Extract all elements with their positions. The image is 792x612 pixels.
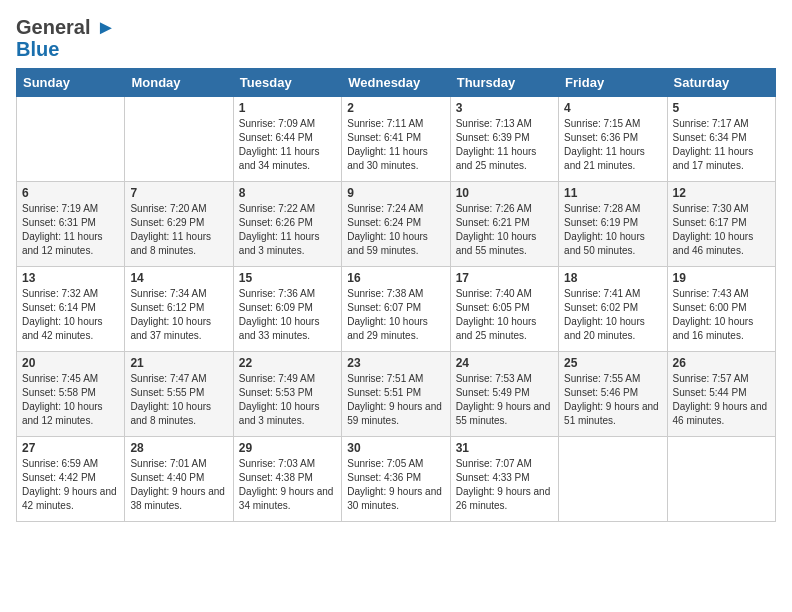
day-info: Sunrise: 7:05 AM Sunset: 4:36 PM Dayligh…: [347, 457, 444, 513]
day-info: Sunrise: 7:13 AM Sunset: 6:39 PM Dayligh…: [456, 117, 553, 173]
day-number: 22: [239, 356, 336, 370]
day-info: Sunrise: 7:51 AM Sunset: 5:51 PM Dayligh…: [347, 372, 444, 428]
week-row-3: 13Sunrise: 7:32 AM Sunset: 6:14 PM Dayli…: [17, 267, 776, 352]
day-number: 4: [564, 101, 661, 115]
day-cell: 13Sunrise: 7:32 AM Sunset: 6:14 PM Dayli…: [17, 267, 125, 352]
day-info: Sunrise: 7:09 AM Sunset: 6:44 PM Dayligh…: [239, 117, 336, 173]
day-cell: 1Sunrise: 7:09 AM Sunset: 6:44 PM Daylig…: [233, 97, 341, 182]
day-info: Sunrise: 7:07 AM Sunset: 4:33 PM Dayligh…: [456, 457, 553, 513]
day-cell: 7Sunrise: 7:20 AM Sunset: 6:29 PM Daylig…: [125, 182, 233, 267]
day-number: 30: [347, 441, 444, 455]
day-cell: 2Sunrise: 7:11 AM Sunset: 6:41 PM Daylig…: [342, 97, 450, 182]
day-number: 31: [456, 441, 553, 455]
week-row-1: 1Sunrise: 7:09 AM Sunset: 6:44 PM Daylig…: [17, 97, 776, 182]
day-cell: 3Sunrise: 7:13 AM Sunset: 6:39 PM Daylig…: [450, 97, 558, 182]
day-info: Sunrise: 7:26 AM Sunset: 6:21 PM Dayligh…: [456, 202, 553, 258]
day-cell: 24Sunrise: 7:53 AM Sunset: 5:49 PM Dayli…: [450, 352, 558, 437]
calendar-table: SundayMondayTuesdayWednesdayThursdayFrid…: [16, 68, 776, 522]
day-cell: [559, 437, 667, 522]
day-number: 27: [22, 441, 119, 455]
day-number: 25: [564, 356, 661, 370]
day-number: 20: [22, 356, 119, 370]
day-number: 21: [130, 356, 227, 370]
day-info: Sunrise: 7:22 AM Sunset: 6:26 PM Dayligh…: [239, 202, 336, 258]
day-info: Sunrise: 7:34 AM Sunset: 6:12 PM Dayligh…: [130, 287, 227, 343]
day-cell: 23Sunrise: 7:51 AM Sunset: 5:51 PM Dayli…: [342, 352, 450, 437]
day-cell: 30Sunrise: 7:05 AM Sunset: 4:36 PM Dayli…: [342, 437, 450, 522]
week-row-4: 20Sunrise: 7:45 AM Sunset: 5:58 PM Dayli…: [17, 352, 776, 437]
day-number: 2: [347, 101, 444, 115]
day-cell: 12Sunrise: 7:30 AM Sunset: 6:17 PM Dayli…: [667, 182, 775, 267]
day-info: Sunrise: 7:38 AM Sunset: 6:07 PM Dayligh…: [347, 287, 444, 343]
day-cell: 8Sunrise: 7:22 AM Sunset: 6:26 PM Daylig…: [233, 182, 341, 267]
day-number: 18: [564, 271, 661, 285]
day-number: 17: [456, 271, 553, 285]
day-cell: 19Sunrise: 7:43 AM Sunset: 6:00 PM Dayli…: [667, 267, 775, 352]
day-info: Sunrise: 7:45 AM Sunset: 5:58 PM Dayligh…: [22, 372, 119, 428]
weekday-header-tuesday: Tuesday: [233, 69, 341, 97]
day-info: Sunrise: 7:43 AM Sunset: 6:00 PM Dayligh…: [673, 287, 770, 343]
day-number: 16: [347, 271, 444, 285]
weekday-header-wednesday: Wednesday: [342, 69, 450, 97]
day-info: Sunrise: 7:41 AM Sunset: 6:02 PM Dayligh…: [564, 287, 661, 343]
day-info: Sunrise: 7:28 AM Sunset: 6:19 PM Dayligh…: [564, 202, 661, 258]
day-cell: 16Sunrise: 7:38 AM Sunset: 6:07 PM Dayli…: [342, 267, 450, 352]
logo: General ► Blue: [16, 16, 116, 60]
day-info: Sunrise: 7:55 AM Sunset: 5:46 PM Dayligh…: [564, 372, 661, 428]
week-row-5: 27Sunrise: 6:59 AM Sunset: 4:42 PM Dayli…: [17, 437, 776, 522]
day-info: Sunrise: 7:49 AM Sunset: 5:53 PM Dayligh…: [239, 372, 336, 428]
day-info: Sunrise: 7:36 AM Sunset: 6:09 PM Dayligh…: [239, 287, 336, 343]
day-number: 12: [673, 186, 770, 200]
day-info: Sunrise: 7:20 AM Sunset: 6:29 PM Dayligh…: [130, 202, 227, 258]
day-info: Sunrise: 7:32 AM Sunset: 6:14 PM Dayligh…: [22, 287, 119, 343]
day-cell: 17Sunrise: 7:40 AM Sunset: 6:05 PM Dayli…: [450, 267, 558, 352]
day-cell: [125, 97, 233, 182]
logo-line2: Blue: [16, 38, 116, 60]
day-number: 14: [130, 271, 227, 285]
day-cell: 14Sunrise: 7:34 AM Sunset: 6:12 PM Dayli…: [125, 267, 233, 352]
day-cell: 11Sunrise: 7:28 AM Sunset: 6:19 PM Dayli…: [559, 182, 667, 267]
day-number: 26: [673, 356, 770, 370]
day-cell: 28Sunrise: 7:01 AM Sunset: 4:40 PM Dayli…: [125, 437, 233, 522]
day-number: 1: [239, 101, 336, 115]
day-info: Sunrise: 7:30 AM Sunset: 6:17 PM Dayligh…: [673, 202, 770, 258]
day-cell: [17, 97, 125, 182]
day-cell: 21Sunrise: 7:47 AM Sunset: 5:55 PM Dayli…: [125, 352, 233, 437]
day-cell: 5Sunrise: 7:17 AM Sunset: 6:34 PM Daylig…: [667, 97, 775, 182]
day-cell: 25Sunrise: 7:55 AM Sunset: 5:46 PM Dayli…: [559, 352, 667, 437]
day-number: 11: [564, 186, 661, 200]
day-number: 7: [130, 186, 227, 200]
page-header: General ► Blue: [16, 16, 776, 60]
day-cell: 27Sunrise: 6:59 AM Sunset: 4:42 PM Dayli…: [17, 437, 125, 522]
day-info: Sunrise: 7:15 AM Sunset: 6:36 PM Dayligh…: [564, 117, 661, 173]
day-cell: 15Sunrise: 7:36 AM Sunset: 6:09 PM Dayli…: [233, 267, 341, 352]
day-number: 5: [673, 101, 770, 115]
day-info: Sunrise: 7:40 AM Sunset: 6:05 PM Dayligh…: [456, 287, 553, 343]
day-info: Sunrise: 7:24 AM Sunset: 6:24 PM Dayligh…: [347, 202, 444, 258]
day-number: 15: [239, 271, 336, 285]
day-cell: 26Sunrise: 7:57 AM Sunset: 5:44 PM Dayli…: [667, 352, 775, 437]
day-cell: 22Sunrise: 7:49 AM Sunset: 5:53 PM Dayli…: [233, 352, 341, 437]
weekday-header-thursday: Thursday: [450, 69, 558, 97]
day-cell: 9Sunrise: 7:24 AM Sunset: 6:24 PM Daylig…: [342, 182, 450, 267]
weekday-header-saturday: Saturday: [667, 69, 775, 97]
weekday-header-sunday: Sunday: [17, 69, 125, 97]
week-row-2: 6Sunrise: 7:19 AM Sunset: 6:31 PM Daylig…: [17, 182, 776, 267]
logo-line1: General ►: [16, 16, 116, 38]
day-number: 28: [130, 441, 227, 455]
day-number: 19: [673, 271, 770, 285]
day-number: 13: [22, 271, 119, 285]
day-number: 9: [347, 186, 444, 200]
day-info: Sunrise: 6:59 AM Sunset: 4:42 PM Dayligh…: [22, 457, 119, 513]
day-number: 8: [239, 186, 336, 200]
day-cell: 6Sunrise: 7:19 AM Sunset: 6:31 PM Daylig…: [17, 182, 125, 267]
day-info: Sunrise: 7:03 AM Sunset: 4:38 PM Dayligh…: [239, 457, 336, 513]
day-number: 6: [22, 186, 119, 200]
weekday-header-friday: Friday: [559, 69, 667, 97]
day-info: Sunrise: 7:19 AM Sunset: 6:31 PM Dayligh…: [22, 202, 119, 258]
day-number: 3: [456, 101, 553, 115]
day-info: Sunrise: 7:53 AM Sunset: 5:49 PM Dayligh…: [456, 372, 553, 428]
day-cell: 29Sunrise: 7:03 AM Sunset: 4:38 PM Dayli…: [233, 437, 341, 522]
day-cell: 31Sunrise: 7:07 AM Sunset: 4:33 PM Dayli…: [450, 437, 558, 522]
day-info: Sunrise: 7:57 AM Sunset: 5:44 PM Dayligh…: [673, 372, 770, 428]
